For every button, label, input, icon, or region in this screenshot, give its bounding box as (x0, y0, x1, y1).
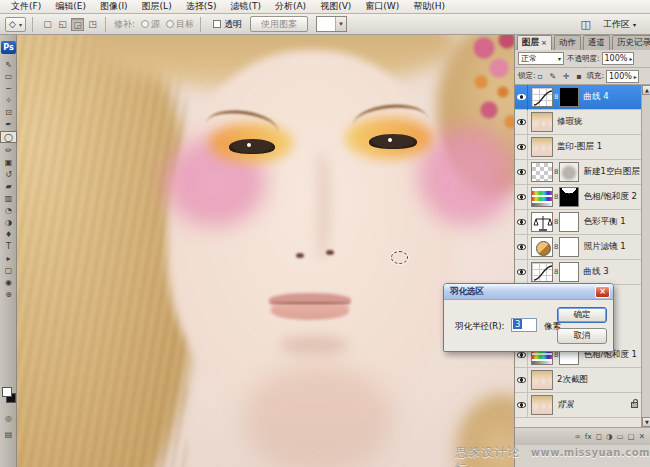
menu-help[interactable]: 帮助(H) (406, 0, 452, 13)
layer-style-icon[interactable]: fx (585, 432, 592, 441)
hand-tool-icon[interactable]: ◉ (0, 277, 17, 289)
marquee-tool-icon[interactable]: ▭ (0, 71, 17, 83)
selection-marquee[interactable] (391, 251, 408, 264)
blend-mode-select[interactable]: 正常 ▾ (518, 52, 564, 65)
ok-button[interactable]: 确定 (557, 307, 607, 323)
layer-row-curves-3[interactable]: 8 曲线 3 (515, 260, 641, 285)
curves-adjustment-thumbnail[interactable] (531, 262, 553, 282)
scroll-down-icon[interactable]: ▼ (642, 417, 650, 427)
pattern-picker[interactable]: ▾ (316, 16, 347, 32)
tab-history[interactable]: 历史记录 (612, 35, 650, 50)
quick-mask-icon[interactable]: ◎ (0, 413, 17, 425)
close-icon[interactable]: × (595, 286, 610, 298)
transparent-layer-thumbnail[interactable] (531, 162, 553, 182)
layer-row-new-blank-layer[interactable]: 8 新建1空白图层 (515, 160, 641, 185)
layer-row-photo-filter-1[interactable]: 8 照片滤镜 1 (515, 235, 641, 260)
lock-icons[interactable]: ▫ ✎ ✛ ▪ (538, 72, 584, 81)
layer-name[interactable]: 色相/饱和度 2 (583, 191, 636, 203)
curves-adjustment-thumbnail[interactable] (531, 87, 553, 107)
menu-analysis[interactable]: 分析(A) (268, 0, 313, 13)
delete-layer-icon[interactable]: ✕ (639, 432, 645, 441)
history-brush-tool-icon[interactable]: ↺ (0, 169, 17, 181)
close-icon[interactable]: × (541, 39, 547, 47)
patch-tool-icon[interactable]: ◯ (0, 131, 17, 143)
color-balance-thumbnail[interactable] (531, 212, 553, 232)
layer-name[interactable]: 色彩平衡 1 (583, 216, 625, 228)
lasso-tool-icon[interactable]: ∽ (0, 83, 17, 95)
crop-tool-icon[interactable]: ⊡ (0, 107, 17, 119)
layer-row-stamp-layer-1[interactable]: 盖印-图层 1 (515, 135, 641, 160)
path-selection-tool-icon[interactable]: ▸ (0, 253, 17, 265)
opacity-input[interactable]: 100% ▸ (602, 52, 635, 65)
layer-mask-thumbnail[interactable] (559, 262, 579, 282)
layer-row-hue-saturation-2[interactable]: 8 色相/饱和度 2 (515, 185, 641, 210)
visibility-toggle[interactable] (515, 160, 528, 185)
link-layers-icon[interactable]: ∞ (574, 432, 580, 441)
photo-layer-thumbnail[interactable] (531, 395, 553, 415)
visibility-toggle[interactable] (515, 393, 528, 418)
scroll-up-icon[interactable]: ▲ (642, 85, 650, 95)
foreground-color-swatch[interactable] (2, 387, 12, 397)
menu-layer[interactable]: 图层(L) (135, 0, 179, 13)
slider-arrow-icon[interactable]: ▸ (634, 73, 637, 80)
source-radio[interactable] (141, 20, 149, 28)
photo-filter-thumbnail[interactable] (531, 237, 553, 257)
layer-name[interactable]: 修瑕疵 (557, 116, 583, 128)
visibility-toggle[interactable] (515, 260, 528, 285)
photo-layer-thumbnail[interactable] (531, 137, 553, 157)
photo-layer-thumbnail[interactable] (531, 112, 553, 132)
intersect-selection-mode-button[interactable]: ◳ (86, 18, 99, 31)
gradient-tool-icon[interactable]: ▥ (0, 193, 17, 205)
eraser-tool-icon[interactable]: ▰ (0, 181, 17, 193)
layer-mask-thumbnail[interactable] (559, 212, 579, 232)
eyedropper-tool-icon[interactable]: ✒ (0, 119, 17, 131)
layer-mask-thumbnail[interactable] (559, 162, 579, 182)
shape-tool-icon[interactable]: ▢ (0, 265, 17, 277)
layer-name[interactable]: 背景 (557, 399, 574, 411)
feather-radius-input[interactable]: 3 (511, 318, 537, 332)
menu-image[interactable]: 图像(I) (93, 0, 135, 13)
menu-select[interactable]: 选择(S) (179, 0, 224, 13)
brush-tool-icon[interactable]: ✏ (0, 145, 17, 157)
layer-list-scrollbar[interactable]: ▲ ▼ (641, 85, 650, 427)
layer-name[interactable]: 盖印-图层 1 (557, 141, 602, 153)
layer-name[interactable]: 照片滤镜 1 (583, 241, 625, 253)
menu-window[interactable]: 窗口(W) (358, 0, 406, 13)
screen-mode-icon[interactable]: ▤ (0, 429, 17, 441)
visibility-toggle[interactable] (515, 85, 528, 110)
cancel-button[interactable]: 取消 (557, 328, 607, 344)
visibility-toggle[interactable] (515, 235, 528, 260)
photo-layer-thumbnail[interactable] (531, 370, 553, 390)
layer-mask-thumbnail[interactable] (559, 237, 579, 257)
layer-row-blemish-fix[interactable]: 修瑕疵 (515, 110, 641, 135)
workspace-button[interactable]: 工作区 ▾ (597, 17, 642, 32)
layer-mask-thumbnail[interactable] (559, 187, 579, 207)
subtract-selection-mode-button[interactable]: ◲ (71, 18, 84, 31)
layer-row-curves-4[interactable]: 8 曲线 4 (515, 85, 641, 110)
layer-name[interactable]: 2次截图 (557, 374, 588, 386)
hue-saturation-thumbnail[interactable] (531, 187, 553, 207)
dodge-tool-icon[interactable]: ◑ (0, 217, 17, 229)
zoom-tool-icon[interactable]: ⊕ (0, 289, 17, 301)
add-mask-icon[interactable]: ◻ (596, 432, 602, 441)
visibility-toggle[interactable] (515, 135, 528, 160)
tool-preset-picker[interactable]: ◇ ▾ (5, 17, 26, 32)
tab-channels[interactable]: 通道 (583, 35, 610, 50)
menu-view[interactable]: 视图(V) (313, 0, 358, 13)
layer-mask-thumbnail[interactable] (559, 87, 579, 107)
visibility-toggle[interactable] (515, 210, 528, 235)
fill-input[interactable]: 100% ▸ (606, 70, 639, 83)
move-tool-icon[interactable]: ⇖ (0, 59, 17, 71)
transparent-checkbox[interactable] (213, 20, 221, 28)
new-selection-mode-button[interactable]: ▢ (41, 18, 54, 31)
dialog-title-bar[interactable]: 羽化选区 × (444, 284, 613, 300)
visibility-toggle[interactable] (515, 110, 528, 135)
destination-radio[interactable] (166, 20, 174, 28)
layer-name[interactable]: 曲线 4 (583, 91, 608, 103)
slider-arrow-icon[interactable]: ▸ (629, 55, 632, 62)
clone-stamp-tool-icon[interactable]: ▣ (0, 157, 17, 169)
blur-tool-icon[interactable]: ◔ (0, 205, 17, 217)
layer-row-color-balance-1[interactable]: 8 色彩平衡 1 (515, 210, 641, 235)
visibility-toggle[interactable] (515, 185, 528, 210)
type-tool-icon[interactable]: T (0, 241, 17, 253)
